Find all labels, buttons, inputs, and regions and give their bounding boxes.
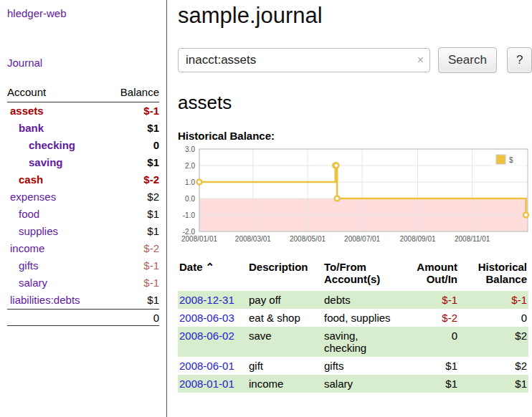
sidebar-account-cash[interactable]: cash <box>7 171 43 188</box>
account-row: liabilities:debts $1 <box>7 292 159 309</box>
svg-text:2.0: 2.0 <box>185 162 195 170</box>
sidebar: hledger-web Journal Account Balance asse… <box>0 0 167 417</box>
chart-svg: 3.02.01.00.0-1.0-2.02008/01/012008/03/01… <box>178 146 532 245</box>
historical-balance-chart: 3.02.01.00.0-1.0-2.02008/01/012008/03/01… <box>178 146 532 248</box>
transaction-date-link[interactable]: 2008-01-01 <box>179 378 234 390</box>
sidebar-account-salary[interactable]: salary <box>7 274 47 292</box>
svg-text:$: $ <box>509 156 513 164</box>
transaction-balance: $2 <box>459 357 528 375</box>
register-header-balance: Historical Balance <box>459 259 528 291</box>
transaction-amount: $-1 <box>402 291 459 309</box>
accounts-table-header: Account Balance <box>7 86 159 102</box>
sort-ascending-icon: ⌃ <box>206 261 215 273</box>
sidebar-account-assets[interactable]: assets <box>7 102 44 120</box>
account-row: food $1 <box>7 206 159 223</box>
transaction-account: debts <box>323 291 402 309</box>
svg-text:2008/09/01: 2008/09/01 <box>399 235 435 243</box>
account-balance: $1 <box>147 206 159 223</box>
transaction-balance: $-1 <box>459 291 528 309</box>
svg-text:2008/11/01: 2008/11/01 <box>455 235 490 243</box>
transaction-description: save <box>247 327 323 357</box>
transaction-date-link[interactable]: 2008-06-02 <box>179 330 234 342</box>
sidebar-account-income[interactable]: income <box>7 240 44 257</box>
transaction-account: salary <box>323 375 402 393</box>
transaction-description: income <box>247 375 323 393</box>
transaction-date-link[interactable]: 2008-06-01 <box>179 360 234 372</box>
search-button[interactable]: Search <box>438 47 497 73</box>
transaction-balance: $1 <box>459 375 528 393</box>
account-balance: $-2 <box>143 240 159 257</box>
account-balance: $-1 <box>143 102 159 120</box>
help-button[interactable]: ? <box>507 47 532 73</box>
account-row: gifts $-1 <box>7 257 159 274</box>
transaction-amount: $-2 <box>402 309 459 327</box>
chart-label: Historical Balance: <box>178 130 532 142</box>
register-table: Date⌃ Description To/From Account(s) Amo… <box>178 259 528 393</box>
account-balance: 0 <box>153 137 159 154</box>
register-header-amount: Amount Out/In <box>402 259 459 291</box>
sidebar-account-bank[interactable]: bank <box>7 120 44 137</box>
account-row: saving $1 <box>7 154 159 171</box>
accounts-total-value: 0 <box>153 312 159 324</box>
register-row: 2008-06-02 save saving, checking 0 $2 <box>178 327 528 357</box>
transaction-description: pay off <box>247 291 323 309</box>
transaction-account: food, supplies <box>323 309 402 327</box>
svg-text:-1.0: -1.0 <box>183 211 196 219</box>
register-header-description: Description <box>247 259 323 291</box>
accounts-header-balance: Balance <box>120 86 159 98</box>
transaction-account: gifts <box>323 357 402 375</box>
search-form: × Search ? <box>178 47 532 73</box>
svg-text:-2.0: -2.0 <box>183 228 196 236</box>
register-row: 2008-12-31 pay off debts $-1 $-1 <box>178 291 528 309</box>
date-header-label: Date <box>179 261 203 273</box>
account-balance: $1 <box>147 154 159 171</box>
app-title-link[interactable]: hledger-web <box>7 7 159 19</box>
sidebar-account-checking[interactable]: checking <box>7 137 75 154</box>
accounts-table: Account Balance assets $-1 bank $1 check… <box>7 86 159 326</box>
transaction-amount: $1 <box>402 375 459 393</box>
search-input[interactable] <box>178 48 430 72</box>
sidebar-item-journal[interactable]: Journal <box>7 57 159 69</box>
page-title: sample.journal <box>178 3 532 29</box>
sidebar-account-expenses[interactable]: expenses <box>7 188 56 206</box>
account-balance: $-1 <box>143 274 159 292</box>
svg-text:2008/03/01: 2008/03/01 <box>235 235 271 243</box>
register-row: 2008-06-01 gift gifts $1 $2 <box>178 357 528 375</box>
account-row: cash $-2 <box>7 171 159 188</box>
accounts-total: 0 <box>7 309 159 326</box>
account-row: assets $-1 <box>7 102 159 120</box>
sidebar-account-gifts[interactable]: gifts <box>7 257 39 274</box>
transaction-date-link[interactable]: 2008-06-03 <box>179 312 234 324</box>
account-balance: $1 <box>147 223 159 240</box>
account-row: checking 0 <box>7 137 159 154</box>
sidebar-account-supplies[interactable]: supplies <box>7 223 58 240</box>
account-row: income $-2 <box>7 240 159 257</box>
account-balance: $-2 <box>143 171 159 188</box>
account-heading: assets <box>178 92 532 114</box>
register-header-date[interactable]: Date⌃ <box>178 259 247 291</box>
clear-search-icon[interactable]: × <box>417 54 424 67</box>
sidebar-account-saving[interactable]: saving <box>7 154 63 171</box>
transaction-balance: 0 <box>459 309 528 327</box>
svg-text:2008/01/01: 2008/01/01 <box>181 235 217 243</box>
sidebar-account-liabilities-debts[interactable]: liabilities:debts <box>7 292 80 309</box>
svg-text:2008/07/01: 2008/07/01 <box>344 235 380 243</box>
register-row: 2008-06-03 eat & shop food, supplies $-2… <box>178 309 528 327</box>
transaction-date-link[interactable]: 2008-12-31 <box>179 294 234 306</box>
account-balance: $-1 <box>143 257 159 274</box>
account-row: supplies $1 <box>7 223 159 240</box>
register-header-row: Date⌃ Description To/From Account(s) Amo… <box>178 259 528 291</box>
transaction-account: saving, checking <box>323 327 402 357</box>
search-input-wrap: × <box>178 48 430 72</box>
account-balance: $2 <box>147 188 159 206</box>
sidebar-account-food[interactable]: food <box>7 206 39 223</box>
main-content: sample.journal × Search ? assets Histori… <box>178 0 532 393</box>
account-row: bank $1 <box>7 120 159 137</box>
accounts-header-account: Account <box>7 86 46 98</box>
svg-text:0.0: 0.0 <box>185 195 195 203</box>
transaction-description: gift <box>247 357 323 375</box>
svg-text:3.0: 3.0 <box>185 146 195 153</box>
svg-text:1.0: 1.0 <box>185 178 195 186</box>
account-balance: $1 <box>147 120 159 137</box>
transaction-balance: $2 <box>459 327 528 357</box>
